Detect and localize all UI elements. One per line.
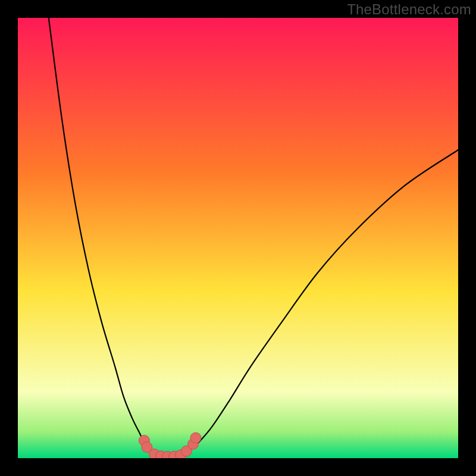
chart-svg bbox=[18, 18, 458, 458]
watermark-text: TheBottleneck.com bbox=[347, 1, 471, 18]
gradient-background bbox=[18, 18, 458, 458]
valley-marker bbox=[190, 433, 201, 443]
plot-area bbox=[18, 18, 458, 458]
outer-frame: TheBottleneck.com bbox=[0, 0, 476, 476]
